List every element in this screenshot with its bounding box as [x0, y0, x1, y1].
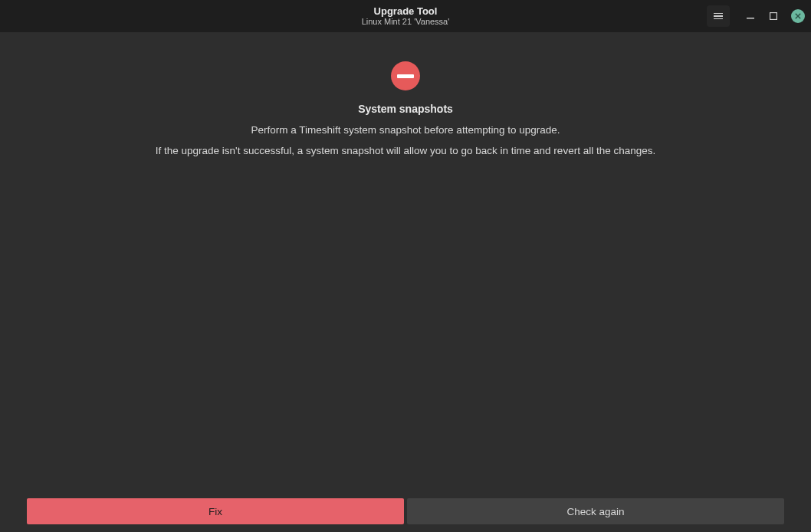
maximize-icon: [770, 12, 777, 20]
hamburger-menu-button[interactable]: [707, 5, 730, 27]
window-title: Upgrade Tool: [362, 5, 450, 18]
close-icon: [795, 13, 801, 19]
check-again-button[interactable]: Check again: [407, 498, 784, 524]
main-content: System snapshots Perform a Timeshift sys…: [0, 32, 811, 492]
svg-rect-1: [770, 13, 777, 20]
section-heading: System snapshots: [358, 103, 453, 115]
titlebar-controls: [707, 5, 805, 27]
instruction-text-1: Perform a Timeshift system snapshot befo…: [251, 124, 560, 136]
window-subtitle: Linux Mint 21 'Vanessa': [362, 17, 450, 27]
instruction-text-2: If the upgrade isn't successful, a syste…: [156, 145, 655, 156]
minimize-icon: [747, 12, 754, 20]
error-icon: [391, 61, 420, 90]
footer-actions: Fix Check again: [0, 492, 811, 532]
maximize-button[interactable]: [763, 6, 783, 26]
fix-button[interactable]: Fix: [27, 498, 404, 524]
no-entry-bar-icon: [397, 74, 414, 78]
titlebar-center: Upgrade Tool Linux Mint 21 'Vanessa': [362, 5, 450, 28]
close-button[interactable]: [791, 9, 805, 23]
svg-rect-0: [747, 18, 754, 19]
titlebar: Upgrade Tool Linux Mint 21 'Vanessa': [0, 0, 811, 32]
hamburger-icon: [714, 11, 723, 21]
minimize-button[interactable]: [740, 6, 760, 26]
